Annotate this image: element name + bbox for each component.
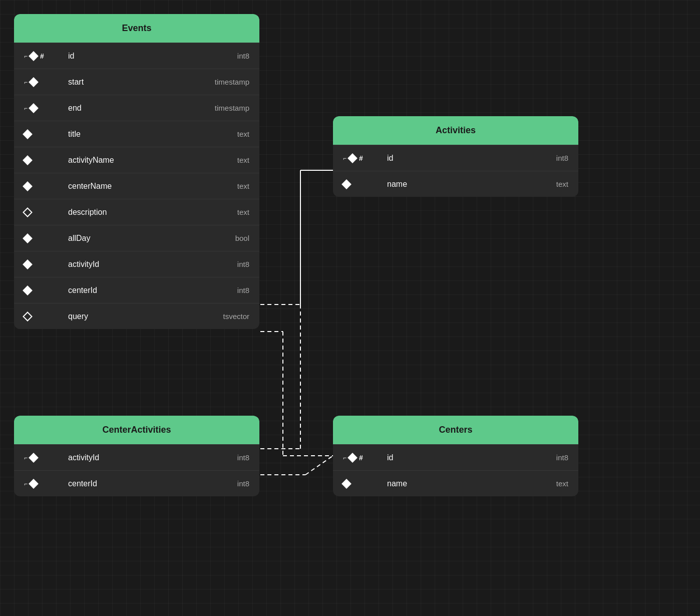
svg-line-9	[305, 456, 333, 475]
diamond-filled-icon	[23, 285, 33, 295]
hash-icon: #	[359, 454, 363, 462]
row-icons: ⌐	[24, 105, 64, 112]
diamond-filled-icon	[347, 153, 358, 163]
table-row: title text	[14, 121, 259, 147]
diamond-filled-icon	[29, 479, 39, 489]
diamond-filled-icon	[23, 181, 33, 191]
key-icon: ⌐	[24, 105, 27, 112]
center-activities-table-header: CenterActivities	[14, 416, 259, 444]
table-row: ⌐ # id int8	[14, 43, 259, 69]
table-row: centerName text	[14, 173, 259, 199]
table-row: query tsvector	[14, 303, 259, 329]
row-icons: ⌐	[24, 480, 64, 487]
centers-table-header: Centers	[333, 416, 578, 444]
row-icons	[343, 480, 383, 487]
diamond-filled-icon	[23, 259, 33, 269]
row-icons	[24, 261, 64, 268]
diamond-filled-icon	[29, 51, 39, 61]
diamond-filled-icon	[341, 179, 352, 189]
row-icons	[343, 181, 383, 188]
table-row: ⌐ activityId int8	[14, 444, 259, 470]
row-icons	[24, 183, 64, 190]
key-icon: ⌐	[24, 480, 27, 487]
table-row: centerId int8	[14, 277, 259, 303]
diamond-filled-icon	[29, 453, 39, 463]
table-row: name text	[333, 470, 578, 496]
key-icon: ⌐	[343, 155, 346, 162]
row-icons: ⌐ #	[343, 454, 383, 462]
hash-icon: #	[359, 154, 363, 162]
diamond-filled-icon	[29, 77, 39, 87]
activities-table-header: Activities	[333, 116, 578, 145]
key-icon: ⌐	[24, 53, 27, 60]
table-row: ⌐ # id int8	[333, 145, 578, 171]
events-table: Events ⌐ # id int8 ⌐ start timestamp ⌐ e…	[14, 14, 259, 329]
diamond-filled-icon	[29, 103, 39, 113]
row-icons	[24, 131, 64, 138]
table-row: ⌐ end timestamp	[14, 95, 259, 121]
table-row: activityId int8	[14, 251, 259, 277]
table-row: allDay bool	[14, 225, 259, 251]
diamond-outline-icon	[23, 207, 33, 217]
row-icons: ⌐	[24, 454, 64, 461]
key-icon: ⌐	[343, 454, 346, 461]
diamond-filled-icon	[341, 479, 352, 489]
diamond-outline-icon	[23, 312, 33, 322]
table-row: ⌐ start timestamp	[14, 69, 259, 95]
row-icons: ⌐ #	[24, 52, 64, 60]
diamond-filled-icon	[23, 155, 33, 165]
centers-table: Centers ⌐ # id int8 name text	[333, 416, 578, 496]
hash-icon: #	[40, 52, 44, 60]
table-row: description text	[14, 199, 259, 225]
table-row: ⌐ centerId int8	[14, 470, 259, 496]
key-icon: ⌐	[24, 454, 27, 461]
key-icon: ⌐	[24, 79, 27, 86]
row-icons: ⌐	[24, 79, 64, 86]
events-table-header: Events	[14, 14, 259, 43]
row-icons	[24, 235, 64, 242]
row-icons	[24, 157, 64, 164]
activities-table: Activities ⌐ # id int8 name text	[333, 116, 578, 197]
diamond-filled-icon	[347, 453, 358, 463]
table-row: ⌐ # id int8	[333, 444, 578, 470]
diamond-filled-icon	[23, 129, 33, 139]
row-icons	[24, 313, 64, 320]
row-icons	[24, 209, 64, 216]
table-row: name text	[333, 171, 578, 197]
diamond-filled-icon	[23, 233, 33, 243]
row-icons: ⌐ #	[343, 154, 383, 162]
center-activities-table: CenterActivities ⌐ activityId int8 ⌐ cen…	[14, 416, 259, 496]
row-icons	[24, 287, 64, 294]
table-row: activityName text	[14, 147, 259, 173]
